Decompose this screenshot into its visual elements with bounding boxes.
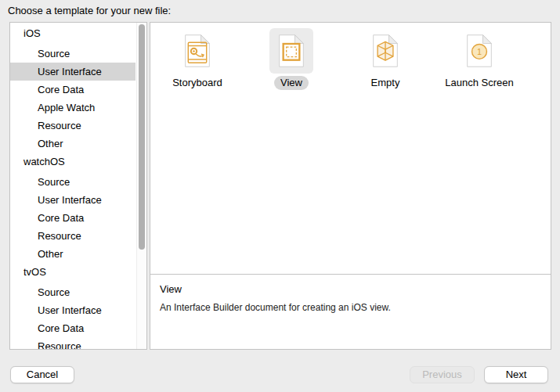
sidebar-item-resource[interactable]: Resource <box>10 117 135 135</box>
sidebar-item-core-data[interactable]: Core Data <box>10 209 135 227</box>
sidebar-item-other[interactable]: Other <box>10 245 135 263</box>
view-doc-icon <box>269 28 313 74</box>
sidebar-item-resource[interactable]: Resource <box>10 227 135 245</box>
storyboard-doc-icon <box>175 28 219 74</box>
sidebar-scrollbar[interactable] <box>136 23 146 349</box>
sidebar-item-user-interface[interactable]: User Interface <box>10 191 135 209</box>
template-view[interactable]: View <box>244 28 338 90</box>
sidebar-item-user-interface[interactable]: User Interface <box>10 301 135 319</box>
cancel-button[interactable]: Cancel <box>10 366 74 383</box>
sidebar-item-source[interactable]: Source <box>10 173 135 191</box>
previous-button: Previous <box>410 366 475 383</box>
sidebar-item-tvos[interactable]: tvOS <box>10 263 135 281</box>
template-label: Storyboard <box>166 76 229 90</box>
template-grid: Storyboard View <box>150 23 551 275</box>
template-category-sidebar: iOSSourceUser InterfaceCore DataApple Wa… <box>9 22 147 350</box>
next-button[interactable]: Next <box>484 366 548 383</box>
sidebar-item-source[interactable]: Source <box>10 283 135 301</box>
template-description-title: View <box>160 283 541 295</box>
template-category-list: iOSSourceUser InterfaceCore DataApple Wa… <box>10 23 146 350</box>
launch-screen-doc-icon: 1 <box>457 28 501 74</box>
sidebar-scrollbar-thumb[interactable] <box>139 24 145 250</box>
sidebar-item-user-interface[interactable]: User Interface <box>10 63 135 81</box>
sidebar-item-core-data[interactable]: Core Data <box>10 81 135 99</box>
sidebar-item-other[interactable]: Other <box>10 135 135 153</box>
sidebar-item-apple-watch[interactable]: Apple Watch <box>10 99 135 117</box>
template-description: View An Interface Builder document for c… <box>150 275 551 313</box>
sidebar-item-watchos[interactable]: watchOS <box>10 153 135 171</box>
template-launch-screen[interactable]: 1 Launch Screen <box>432 28 526 90</box>
template-picker-pane: Storyboard View <box>150 22 551 350</box>
sidebar-item-core-data[interactable]: Core Data <box>10 319 135 337</box>
empty-doc-icon <box>363 28 407 74</box>
sidebar-item-resource[interactable]: Resource <box>10 337 135 350</box>
template-label: View <box>274 76 309 90</box>
page-title: Choose a template for your new file: <box>8 5 171 16</box>
template-label: Launch Screen <box>439 76 519 90</box>
svg-text:1: 1 <box>477 47 482 56</box>
template-storyboard[interactable]: Storyboard <box>150 28 244 90</box>
sidebar-item-source[interactable]: Source <box>10 45 135 63</box>
template-label: Empty <box>365 76 406 90</box>
sidebar-item-ios[interactable]: iOS <box>10 24 135 42</box>
template-empty[interactable]: Empty <box>338 28 432 90</box>
template-description-body: An Interface Builder document for creati… <box>160 302 541 313</box>
